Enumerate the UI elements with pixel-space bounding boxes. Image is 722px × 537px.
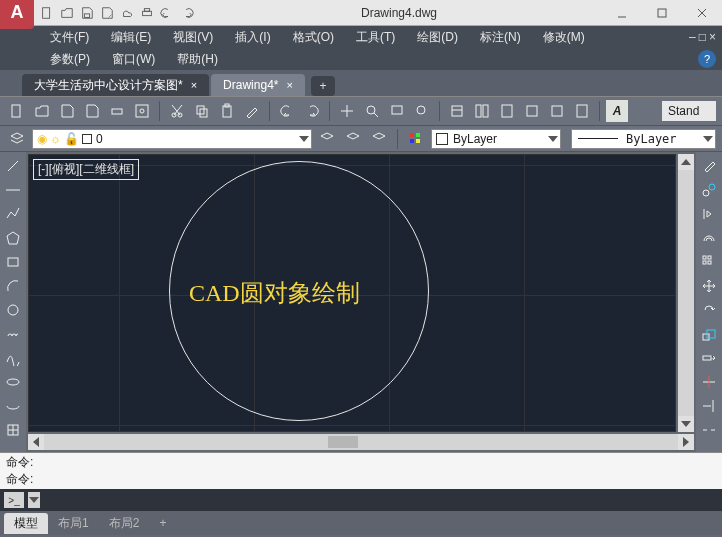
- tool-palette-icon[interactable]: [496, 100, 518, 122]
- new-icon[interactable]: [6, 100, 28, 122]
- color-select[interactable]: ByLayer: [431, 129, 561, 149]
- markup-icon[interactable]: [546, 100, 568, 122]
- save-icon[interactable]: [78, 4, 96, 22]
- search-icon[interactable]: [692, 1, 716, 25]
- menu-file[interactable]: 文件(F): [40, 27, 99, 48]
- layer-prev-icon[interactable]: [368, 128, 390, 150]
- pan-icon[interactable]: [336, 100, 358, 122]
- doc-close-icon[interactable]: ×: [709, 30, 716, 44]
- scroll-left-button[interactable]: [28, 434, 44, 450]
- array-icon[interactable]: [699, 252, 719, 272]
- redo-icon[interactable]: [178, 4, 196, 22]
- menu-help[interactable]: 帮助(H): [167, 49, 228, 70]
- design-center-icon[interactable]: [471, 100, 493, 122]
- properties-icon[interactable]: [446, 100, 468, 122]
- scroll-down-button[interactable]: [678, 416, 694, 432]
- extend-icon[interactable]: [699, 396, 719, 416]
- layer-iso-icon[interactable]: [342, 128, 364, 150]
- redo-icon[interactable]: [301, 100, 323, 122]
- insert-block-icon[interactable]: [3, 420, 23, 440]
- menu-format[interactable]: 格式(O): [283, 27, 344, 48]
- scroll-thumb[interactable]: [328, 436, 358, 448]
- add-tab-button[interactable]: +: [311, 76, 335, 96]
- open-icon[interactable]: [58, 4, 76, 22]
- ellipse-arc-icon[interactable]: [3, 396, 23, 416]
- scroll-up-button[interactable]: [678, 154, 694, 170]
- zoom-prev-icon[interactable]: [411, 100, 433, 122]
- construction-line-icon[interactable]: [3, 180, 23, 200]
- cloud-icon[interactable]: [118, 4, 136, 22]
- new-icon[interactable]: [38, 4, 56, 22]
- zoom-icon[interactable]: [361, 100, 383, 122]
- revcloud-icon[interactable]: [3, 324, 23, 344]
- layer-states-icon[interactable]: [316, 128, 338, 150]
- undo-icon[interactable]: [158, 4, 176, 22]
- paste-icon[interactable]: [216, 100, 238, 122]
- menu-window[interactable]: 窗口(W): [102, 49, 165, 70]
- layer-select[interactable]: ◉ ☼ 🔓 0: [32, 129, 312, 149]
- color-select-icon[interactable]: [405, 128, 427, 150]
- qcalc-icon[interactable]: [571, 100, 593, 122]
- menu-draw[interactable]: 绘图(D): [407, 27, 468, 48]
- menu-view[interactable]: 视图(V): [163, 27, 223, 48]
- scroll-right-button[interactable]: [678, 434, 694, 450]
- menu-insert[interactable]: 插入(I): [225, 27, 280, 48]
- menu-tools[interactable]: 工具(T): [346, 27, 405, 48]
- vertical-scrollbar[interactable]: [678, 154, 694, 432]
- copy-obj-icon[interactable]: [699, 180, 719, 200]
- zoom-window-icon[interactable]: [386, 100, 408, 122]
- polyline-icon[interactable]: [3, 204, 23, 224]
- sheet-set-icon[interactable]: [521, 100, 543, 122]
- saveas-icon[interactable]: [98, 4, 116, 22]
- stretch-icon[interactable]: [699, 348, 719, 368]
- spline-icon[interactable]: [3, 348, 23, 368]
- command-prompt-icon[interactable]: >_: [4, 492, 24, 508]
- open-icon[interactable]: [31, 100, 53, 122]
- text-style-select[interactable]: Stand: [662, 101, 716, 121]
- menu-edit[interactable]: 编辑(E): [101, 27, 161, 48]
- layer-manager-icon[interactable]: [6, 128, 28, 150]
- doc-tab-inactive[interactable]: 大学生活动中心设计方案图* ×: [22, 74, 209, 96]
- print-icon[interactable]: [138, 4, 156, 22]
- plot-preview-icon[interactable]: [131, 100, 153, 122]
- offset-icon[interactable]: [699, 228, 719, 248]
- maximize-button[interactable]: [642, 2, 682, 24]
- mirror-icon[interactable]: [699, 204, 719, 224]
- layout2-tab[interactable]: 布局2: [99, 513, 150, 534]
- doc-max-icon[interactable]: □: [699, 30, 706, 44]
- trim-icon[interactable]: [699, 372, 719, 392]
- command-input[interactable]: [44, 493, 718, 507]
- scroll-track[interactable]: [678, 170, 694, 416]
- break-icon[interactable]: [699, 420, 719, 440]
- horizontal-scrollbar[interactable]: [28, 434, 694, 450]
- command-dropdown-icon[interactable]: [28, 492, 40, 508]
- menu-modify[interactable]: 修改(M): [533, 27, 595, 48]
- cut-icon[interactable]: [166, 100, 188, 122]
- copy-icon[interactable]: [191, 100, 213, 122]
- circle-icon[interactable]: [3, 300, 23, 320]
- saveas-icon[interactable]: [81, 100, 103, 122]
- close-icon[interactable]: ×: [191, 79, 197, 91]
- model-tab[interactable]: 模型: [4, 513, 48, 534]
- scale-icon[interactable]: [699, 324, 719, 344]
- drawing-canvas[interactable]: [-][俯视][二维线框] CAD圆对象绘制: [28, 154, 676, 432]
- menu-param[interactable]: 参数(P): [40, 49, 100, 70]
- line-icon[interactable]: [3, 156, 23, 176]
- minimize-button[interactable]: [602, 2, 642, 24]
- erase-icon[interactable]: [699, 156, 719, 176]
- arc-icon[interactable]: [3, 276, 23, 296]
- add-layout-button[interactable]: +: [149, 514, 176, 532]
- ellipse-icon[interactable]: [3, 372, 23, 392]
- polygon-icon[interactable]: [3, 228, 23, 248]
- text-style-icon[interactable]: A: [606, 100, 628, 122]
- layout1-tab[interactable]: 布局1: [48, 513, 99, 534]
- menu-dimension[interactable]: 标注(N): [470, 27, 531, 48]
- save-icon[interactable]: [56, 100, 78, 122]
- match-prop-icon[interactable]: [241, 100, 263, 122]
- close-icon[interactable]: ×: [286, 79, 292, 91]
- linetype-select[interactable]: ByLayer: [571, 129, 716, 149]
- doc-min-icon[interactable]: –: [689, 30, 696, 44]
- print-icon[interactable]: [106, 100, 128, 122]
- undo-icon[interactable]: [276, 100, 298, 122]
- app-logo[interactable]: A: [0, 0, 34, 29]
